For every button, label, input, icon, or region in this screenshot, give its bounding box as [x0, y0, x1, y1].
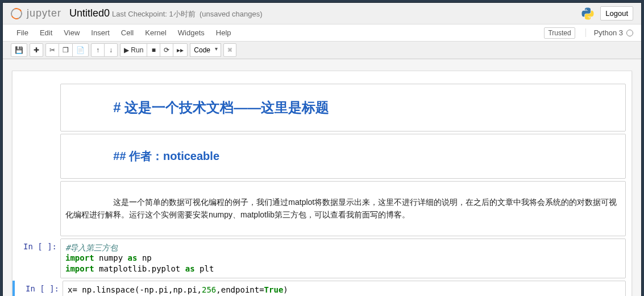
- markdown-h1: # 这是一个技术文档——这里是标题: [113, 100, 329, 115]
- run-button[interactable]: ▶ Run: [120, 43, 147, 57]
- move-down-button[interactable]: ↓: [104, 43, 118, 57]
- notebook-area: # 这是一个技术文档——这里是标题 ## 作者：noticeable 这是一个简…: [3, 59, 641, 296]
- kernel-status-icon: [626, 30, 633, 36]
- toolbar: 💾 ✚ ✂ ❐ 📄 ↑ ↓ ▶ Run ■ ⟳ ▸▸ Code ⌘: [3, 42, 641, 59]
- prompt: In [ ]:: [15, 281, 63, 296]
- paste-button[interactable]: 📄: [72, 43, 89, 57]
- save-button[interactable]: 💾: [11, 43, 27, 57]
- cell-input[interactable]: 这是一个简单的数据可视化编程的例子，我们通过matplot将数据显示出来，这里不…: [60, 181, 626, 236]
- markdown-h2: ## 作者：noticeable: [113, 150, 219, 162]
- menu-cell[interactable]: Cell: [115, 26, 139, 39]
- kernel-name: Python 3: [594, 28, 623, 37]
- cell-input[interactable]: #导入第三方包 import numpy as np import matplo…: [60, 239, 626, 279]
- menu-help[interactable]: Help: [210, 26, 237, 39]
- move-up-button[interactable]: ↑: [91, 43, 105, 57]
- menu-file[interactable]: File: [11, 26, 34, 39]
- menu-insert[interactable]: Insert: [85, 26, 115, 39]
- logo-text: jupyter: [27, 7, 61, 19]
- notebook-container: # 这是一个技术文档——这里是标题 ## 作者：noticeable 这是一个简…: [12, 71, 632, 296]
- menu-widgets[interactable]: Widgets: [172, 26, 210, 39]
- code-cell[interactable]: In [ ]: #导入第三方包 import numpy as np impor…: [13, 239, 631, 279]
- copy-button[interactable]: ❐: [59, 43, 73, 57]
- prompt: [13, 181, 60, 236]
- kernel-indicator[interactable]: Python 3: [585, 28, 633, 37]
- cut-button[interactable]: ✂: [45, 43, 59, 57]
- prompt: [13, 84, 60, 131]
- restart-run-button[interactable]: ▸▸: [173, 43, 188, 57]
- cell-input[interactable]: ## 作者：noticeable: [60, 134, 626, 179]
- markdown-cell[interactable]: # 这是一个技术文档——这里是标题: [13, 84, 631, 131]
- header: jupyter Untitled0 Last Checkpoint: 1小时前 …: [3, 3, 641, 24]
- restart-button[interactable]: ⟳: [160, 43, 173, 57]
- code-cell[interactable]: In [ ]: x= np.linspace(-np.pi,np.pi,256,…: [13, 281, 631, 296]
- menu-bar: File Edit View Insert Cell Kernel Widget…: [3, 24, 641, 42]
- trusted-badge[interactable]: Trusted: [544, 27, 575, 39]
- logout-button[interactable]: Logout: [600, 6, 633, 20]
- notebook-title[interactable]: Untitled0: [69, 7, 110, 19]
- jupyter-icon: [9, 6, 24, 21]
- python-icon: [581, 7, 595, 20]
- cell-input[interactable]: # 这是一个技术文档——这里是标题: [60, 84, 626, 131]
- markdown-cell[interactable]: ## 作者：noticeable: [13, 134, 631, 179]
- command-palette-button[interactable]: ⌘: [223, 43, 236, 57]
- cell-type-select[interactable]: Code: [190, 43, 221, 57]
- menu-view[interactable]: View: [58, 26, 85, 39]
- prompt: [13, 134, 60, 179]
- interrupt-button[interactable]: ■: [147, 43, 160, 57]
- jupyter-logo[interactable]: jupyter: [11, 7, 61, 19]
- add-cell-button[interactable]: ✚: [30, 43, 43, 57]
- markdown-paragraph: 这是一个简单的数据可视化编程的例子，我们通过matplot将数据显示出来，这里不…: [65, 198, 617, 219]
- menu-edit[interactable]: Edit: [34, 26, 58, 39]
- cell-input[interactable]: x= np.linspace(-np.pi,np.pi,256,endpoint…: [63, 281, 626, 296]
- prompt: In [ ]:: [13, 239, 60, 279]
- markdown-cell[interactable]: 这是一个简单的数据可视化编程的例子，我们通过matplot将数据显示出来，这里不…: [13, 181, 631, 236]
- menu-kernel[interactable]: Kernel: [139, 26, 172, 39]
- checkpoint-label: Last Checkpoint: 1小时前 (unsaved changes): [112, 9, 263, 19]
